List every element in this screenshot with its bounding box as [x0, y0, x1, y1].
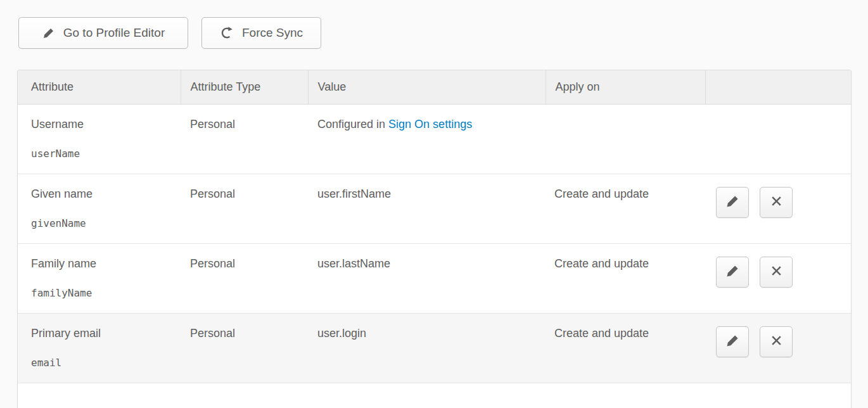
attribute-key: email — [31, 357, 174, 369]
attribute-mappings-table: Attribute Attribute Type Value Apply on … — [17, 70, 852, 408]
go-to-profile-editor-button[interactable]: Go to Profile Editor — [18, 17, 188, 49]
close-icon — [770, 334, 783, 349]
attribute-label: Given name — [31, 188, 174, 201]
apply-on-cell — [546, 104, 705, 174]
actions-cell — [705, 174, 852, 243]
go-to-profile-editor-label: Go to Profile Editor — [63, 26, 165, 40]
value-cell: user.lastName — [308, 243, 546, 313]
page: Go to Profile Editor Force Sync Attribut… — [0, 0, 868, 408]
edit-attribute-button[interactable] — [716, 326, 749, 357]
force-sync-label: Force Sync — [242, 26, 303, 40]
table-row-primary-email: Primary email email Personal user.login … — [18, 313, 852, 383]
attribute-key: familyName — [31, 287, 174, 299]
table-row-username: Username userName Personal Configured in… — [18, 104, 852, 174]
value-cell: user.firstName — [308, 174, 546, 243]
row-actions — [716, 257, 846, 288]
delete-attribute-button[interactable] — [760, 257, 793, 288]
column-header-attribute: Attribute — [18, 70, 181, 104]
attribute-type-cell: Personal — [181, 174, 308, 243]
column-header-actions — [705, 70, 852, 104]
apply-on-cell: Create and update — [546, 174, 705, 243]
pencil-icon — [42, 27, 55, 40]
table-row-partial — [18, 383, 852, 408]
attribute-type-cell: Personal — [181, 243, 308, 313]
column-header-value: Value — [308, 70, 546, 104]
attribute-label: Username — [31, 118, 174, 131]
table-row-family-name: Family name familyName Personal user.las… — [18, 243, 852, 313]
edit-attribute-button[interactable] — [716, 257, 749, 288]
attribute-type-cell: Personal — [181, 313, 308, 383]
actions-cell — [705, 243, 852, 313]
column-header-apply-on: Apply on — [546, 70, 705, 104]
table-header-row: Attribute Attribute Type Value Apply on — [18, 70, 852, 104]
attribute-cell: Username userName — [18, 104, 181, 174]
force-sync-button[interactable]: Force Sync — [201, 17, 321, 49]
close-icon — [770, 194, 783, 210]
value-cell: user.login — [308, 313, 546, 383]
toolbar: Go to Profile Editor Force Sync — [18, 17, 321, 49]
row-actions — [716, 187, 846, 218]
attribute-type-cell: Personal — [181, 104, 308, 174]
column-header-attribute-type: Attribute Type — [181, 70, 308, 104]
attribute-label: Primary email — [31, 327, 174, 340]
attribute-cell: Family name familyName — [18, 243, 181, 313]
apply-on-cell: Create and update — [546, 313, 705, 383]
delete-attribute-button[interactable] — [760, 326, 793, 357]
edit-attribute-button[interactable] — [716, 187, 749, 218]
attribute-key: givenName — [31, 217, 174, 229]
attribute-cell: Primary email email — [18, 313, 181, 383]
value-cell: Configured in Sign On settings — [308, 104, 546, 174]
sign-on-settings-link[interactable]: Sign On settings — [388, 118, 472, 131]
value-text: Configured in — [317, 118, 388, 131]
close-icon — [770, 264, 783, 279]
attribute-cell: Given name givenName — [18, 174, 181, 243]
pencil-icon — [725, 333, 740, 350]
actions-cell — [705, 313, 852, 383]
empty-cell — [18, 383, 852, 408]
row-actions — [716, 326, 846, 357]
actions-cell — [705, 104, 852, 174]
attribute-key: userName — [31, 148, 174, 160]
pencil-icon — [725, 194, 740, 211]
delete-attribute-button[interactable] — [760, 187, 793, 218]
refresh-icon — [220, 26, 234, 40]
apply-on-cell: Create and update — [546, 243, 705, 313]
pencil-icon — [725, 264, 740, 281]
table-row-given-name: Given name givenName Personal user.first… — [18, 174, 852, 243]
attribute-label: Family name — [31, 257, 174, 271]
